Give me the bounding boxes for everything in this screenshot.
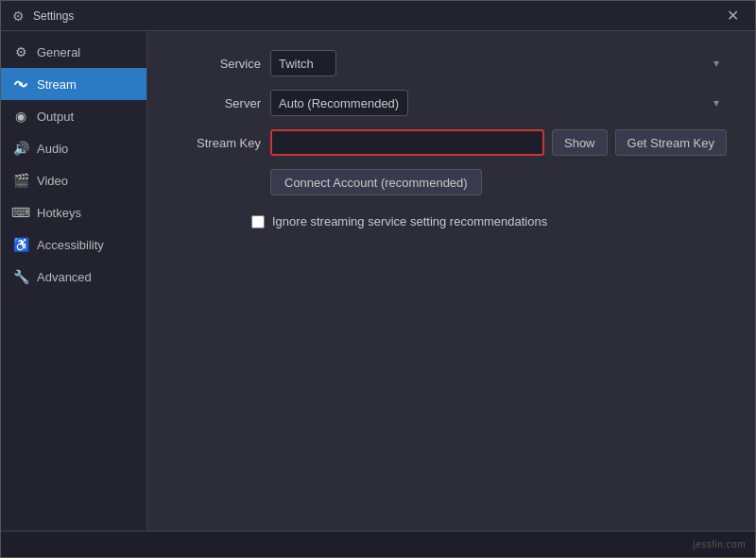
connect-account-row: Connect Account (recommended) (270, 169, 727, 195)
stream-key-input[interactable] (270, 129, 544, 156)
sidebar-item-video[interactable]: 🎬 Video (1, 164, 146, 196)
sidebar-item-output[interactable]: ◉ Output (1, 100, 146, 132)
bottom-bar: jessfin.com (1, 531, 755, 557)
stream-key-control: Show Get Stream Key (270, 129, 727, 156)
service-control: Twitch YouTube Custom (270, 50, 727, 76)
advanced-icon: 🔧 (12, 268, 29, 285)
server-label: Server (176, 96, 261, 110)
sidebar-item-accessibility[interactable]: ♿ Accessibility (1, 228, 146, 261)
video-icon: 🎬 (12, 172, 29, 189)
show-button[interactable]: Show (552, 129, 608, 156)
general-icon: ⚙ (12, 43, 29, 60)
audio-icon: 🔊 (12, 140, 29, 157)
title-bar: ⚙ Settings ✕ (1, 1, 755, 31)
server-control: Auto (Recommended) (270, 90, 727, 116)
sidebar-label-video: Video (37, 174, 68, 188)
sidebar-label-audio: Audio (37, 142, 68, 156)
window-icon: ⚙ (10, 8, 26, 24)
sidebar-label-accessibility: Accessibility (37, 238, 104, 252)
stream-icon (12, 76, 29, 93)
ignore-recommendations-checkbox[interactable] (251, 215, 265, 228)
accessibility-icon: ♿ (12, 236, 29, 253)
server-select[interactable]: Auto (Recommended) (270, 90, 408, 116)
server-select-wrapper: Auto (Recommended) (270, 90, 727, 116)
sidebar-item-general[interactable]: ⚙ General (1, 36, 146, 68)
ignore-recommendations-label: Ignore streaming service setting recomme… (272, 214, 547, 228)
sidebar-item-audio[interactable]: 🔊 Audio (1, 132, 146, 164)
stream-key-row: Stream Key Show Get Stream Key (176, 129, 727, 156)
sidebar-item-advanced[interactable]: 🔧 Advanced (1, 261, 146, 293)
service-row: Service Twitch YouTube Custom (176, 50, 727, 76)
connect-account-button[interactable]: Connect Account (recommended) (270, 169, 482, 195)
service-select[interactable]: Twitch YouTube Custom (270, 50, 336, 76)
sidebar: ⚙ General Stream ◉ Output 🔊 Audio (1, 31, 147, 531)
sidebar-label-output: Output (37, 110, 74, 124)
main-content: ⚙ General Stream ◉ Output 🔊 Audio (1, 31, 755, 531)
service-select-wrapper: Twitch YouTube Custom (270, 50, 727, 76)
sidebar-label-general: General (37, 45, 80, 59)
sidebar-label-advanced: Advanced (37, 270, 92, 284)
output-icon: ◉ (12, 108, 29, 125)
settings-window: ⚙ Settings ✕ ⚙ General Stream ◉ (0, 0, 756, 558)
ignore-checkbox-row: Ignore streaming service setting recomme… (251, 214, 727, 228)
stream-key-label: Stream Key (176, 136, 261, 150)
sidebar-item-stream[interactable]: Stream (1, 68, 146, 100)
content-area: Service Twitch YouTube Custom Server (147, 31, 755, 531)
get-stream-key-button[interactable]: Get Stream Key (615, 129, 727, 156)
sidebar-label-stream: Stream (37, 77, 77, 92)
sidebar-item-hotkeys[interactable]: ⌨ Hotkeys (1, 196, 146, 228)
watermark: jessfin.com (693, 539, 746, 550)
svg-point-0 (19, 82, 23, 86)
service-label: Service (176, 57, 261, 71)
sidebar-label-hotkeys: Hotkeys (37, 206, 81, 220)
window-title: Settings (33, 9, 719, 23)
close-button[interactable]: ✕ (719, 3, 746, 29)
hotkeys-icon: ⌨ (12, 204, 29, 221)
server-row: Server Auto (Recommended) (176, 90, 727, 116)
